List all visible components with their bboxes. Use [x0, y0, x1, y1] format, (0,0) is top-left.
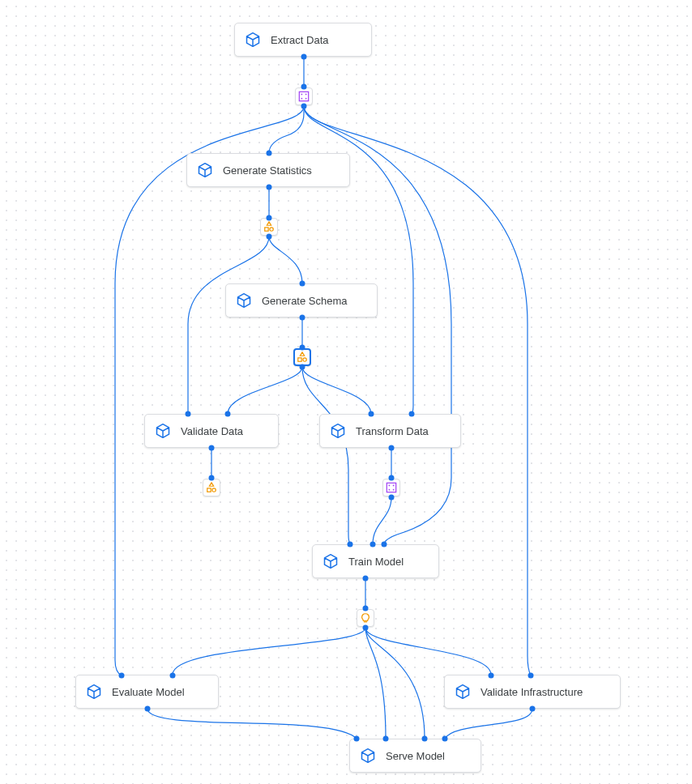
node-label: Validate Data [181, 425, 243, 437]
node-generate-statistics[interactable]: Generate Statistics [186, 153, 350, 187]
grid-icon [386, 482, 397, 493]
shapes-icon [263, 221, 275, 232]
edge [188, 236, 269, 414]
edge [115, 106, 304, 675]
node-label: Generate Schema [262, 295, 348, 307]
edge [302, 367, 350, 544]
edge [269, 106, 304, 153]
svg-rect-7 [298, 358, 301, 361]
artifact-junction-train[interactable] [357, 609, 374, 627]
svg-point-2 [305, 94, 307, 96]
cube-icon [245, 32, 261, 48]
svg-point-14 [389, 489, 391, 491]
edge [302, 367, 371, 414]
edge [269, 236, 302, 283]
svg-rect-5 [265, 228, 268, 231]
artifact-junction-transform[interactable] [382, 479, 400, 496]
node-transform-data[interactable]: Transform Data [319, 414, 461, 448]
edge [365, 628, 386, 739]
edge [365, 628, 425, 739]
node-label: Generate Statistics [223, 164, 312, 177]
shapes-icon [297, 352, 308, 363]
cube-icon [197, 162, 213, 178]
edge [304, 106, 413, 414]
svg-rect-0 [299, 92, 308, 100]
cube-icon [236, 292, 252, 309]
artifact-junction-extract[interactable] [295, 87, 313, 105]
svg-point-12 [389, 485, 391, 487]
node-label: Train Model [348, 556, 404, 568]
svg-point-15 [393, 489, 395, 491]
edge [373, 497, 391, 544]
artifact-junction-validate[interactable] [203, 479, 220, 496]
cube-icon [330, 423, 346, 439]
edge-layer [0, 0, 692, 784]
node-label: Serve Model [386, 750, 445, 762]
svg-point-6 [270, 228, 273, 231]
bulb-icon [360, 612, 371, 624]
svg-point-1 [301, 94, 303, 96]
artifact-junction-schema[interactable] [293, 348, 311, 366]
node-label: Evaluate Model [112, 686, 185, 698]
svg-point-4 [305, 98, 307, 100]
svg-rect-9 [207, 488, 211, 492]
grid-icon [298, 91, 310, 102]
node-generate-schema[interactable]: Generate Schema [225, 283, 378, 317]
node-train-model[interactable]: Train Model [312, 544, 439, 578]
cube-icon [86, 684, 102, 700]
artifact-junction-stats[interactable] [260, 218, 278, 236]
svg-rect-11 [387, 483, 395, 492]
svg-point-10 [212, 488, 216, 492]
edge [365, 628, 491, 675]
cube-icon [323, 553, 339, 569]
node-serve-model[interactable]: Serve Model [349, 739, 481, 773]
edge [228, 367, 302, 414]
shapes-icon [206, 482, 217, 493]
pipeline-canvas[interactable]: { "layout": { "width": 854, "height": 96… [0, 0, 692, 784]
node-validate-infrastructure[interactable]: Validate Infrastructure [444, 675, 621, 709]
node-validate-data[interactable]: Validate Data [144, 414, 279, 448]
node-label: Extract Data [271, 34, 329, 46]
edge [304, 106, 531, 675]
edge [173, 628, 365, 675]
cube-icon [360, 748, 376, 764]
node-evaluate-model[interactable]: Evaluate Model [75, 675, 219, 709]
edge [147, 709, 357, 739]
node-label: Validate Infrastructure [481, 686, 583, 698]
edge [445, 709, 532, 739]
svg-point-13 [393, 485, 395, 487]
cube-icon [455, 684, 471, 700]
svg-point-8 [303, 358, 306, 361]
cube-icon [155, 423, 171, 439]
node-label: Transform Data [356, 425, 429, 437]
svg-point-3 [301, 98, 303, 100]
node-extract-data[interactable]: Extract Data [234, 23, 372, 57]
